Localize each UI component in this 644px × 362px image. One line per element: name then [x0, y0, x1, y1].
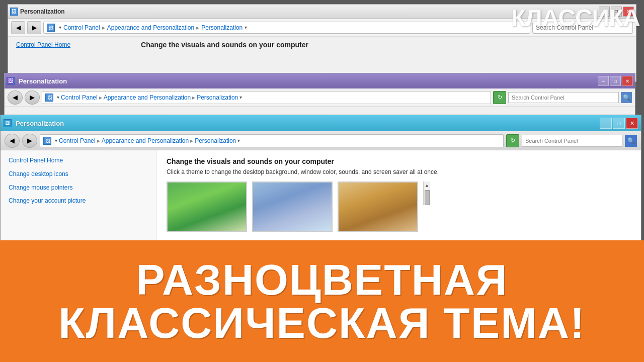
banner-line1: РАЗНОЦВЕТНАЯ: [136, 258, 508, 301]
watermark-text: КЛАССИКА: [511, 4, 640, 32]
win1-icon: 🖼: [10, 8, 18, 16]
win2-title: Personalization: [17, 77, 597, 85]
scroll-thumb[interactable]: [425, 190, 430, 205]
win3-main: Change the visuals and sounds on your co…: [156, 150, 641, 242]
win3-titlebar: 🖼 Personalization – □ ✕: [1, 115, 641, 131]
win1-breadcrumb: 🖼 ▾ Control Panel ▸ Appearance and Perso…: [43, 22, 530, 34]
win2-back-btn[interactable]: ◀: [8, 90, 23, 105]
personalization-dropdown-arrow[interactable]: ▾: [245, 25, 247, 30]
win2-cp[interactable]: Control Panel: [61, 94, 98, 101]
win2-close-btn[interactable]: ✕: [622, 76, 633, 86]
win3-desktop-icons-link[interactable]: Change desktop icons: [9, 170, 148, 178]
win2-personalization[interactable]: Personalization: [197, 94, 238, 101]
breadcrumb-icon: 🖼: [47, 24, 55, 32]
win3-breadcrumb: 🖼 ▾ Control Panel ▸ Appearance and Perso…: [40, 134, 504, 147]
overlay-banner: РАЗНОЦВЕТНАЯ КЛАССИЧЕСКАЯ ТЕМА!: [0, 240, 644, 362]
win3-personalization-arrow[interactable]: ▾: [237, 138, 240, 143]
win3-personalization[interactable]: Personalization: [195, 137, 236, 144]
win3-toolbar: ◀ ▶ 🖼 ▾ Control Panel ▸ Appearance and P…: [1, 131, 641, 150]
theme-desert[interactable]: [338, 182, 418, 232]
banner-line2: КЛАССИЧЕСКАЯ ТЕМА!: [58, 301, 585, 344]
sep2: ▸: [196, 24, 199, 31]
breadcrumb-personalization[interactable]: Personalization: [201, 24, 243, 31]
win3-sidebar: Control Panel Home Change desktop icons …: [1, 150, 156, 242]
icon-dropdown-arrow[interactable]: ▾: [59, 25, 61, 30]
win3-title: Personalization: [14, 120, 599, 127]
win1-content: Control Panel Home Change the visuals an…: [8, 37, 636, 53]
win3-icon: 🖼: [4, 119, 12, 127]
win1-home-link[interactable]: Control Panel Home: [16, 41, 70, 48]
win3-search-go-btn[interactable]: 🔍: [625, 135, 637, 147]
win3-refresh-btn[interactable]: ↻: [506, 134, 519, 147]
sep1: ▸: [102, 24, 105, 31]
win3-minimize-btn[interactable]: –: [600, 118, 612, 129]
win2-refresh-btn[interactable]: ↻: [493, 91, 506, 104]
win2-search-input[interactable]: [508, 92, 619, 103]
win2-personalization-arrow[interactable]: ▾: [239, 95, 242, 100]
window3: 🖼 Personalization – □ ✕ ◀ ▶ 🖼 ▾ Control …: [0, 115, 641, 243]
win3-icon-arrow[interactable]: ▾: [55, 138, 57, 143]
win2-search-go-btn[interactable]: 🔍: [621, 92, 632, 103]
win2-toolbar: ◀ ▶ 🖼 ▾ Control Panel ▸ Appearance and P…: [5, 88, 635, 107]
win3-appearance[interactable]: Appearance and Personalization: [102, 137, 189, 144]
breadcrumb-control-panel[interactable]: Control Panel: [63, 24, 100, 31]
win3-cp[interactable]: Control Panel: [59, 137, 96, 144]
win2-minimize-btn[interactable]: –: [598, 76, 609, 86]
win3-mouse-pointers-link[interactable]: Change mouse pointers: [9, 184, 148, 192]
win3-main-subtext: Click a theme to change the desktop back…: [167, 168, 631, 175]
win3-forward-btn[interactable]: ▶: [22, 134, 37, 148]
scroll-up-arrow[interactable]: ▲: [425, 183, 430, 188]
win3-breadcrumb-icon: 🖼: [43, 137, 51, 145]
win2-icon-arrow[interactable]: ▾: [57, 95, 59, 100]
win3-home-link[interactable]: Control Panel Home: [9, 156, 148, 165]
win3-main-heading: Change the visuals and sounds on your co…: [167, 157, 631, 165]
win2-breadcrumb-icon: 🖼: [45, 94, 53, 102]
win2-restore-btn[interactable]: □: [610, 76, 621, 86]
themes-row: ▲: [167, 182, 631, 232]
theme-purple[interactable]: [252, 182, 333, 232]
win2-icon: 🖼: [7, 77, 15, 85]
win2-forward-btn[interactable]: ▶: [25, 90, 40, 105]
win3-content: Control Panel Home Change desktop icons …: [1, 150, 641, 242]
breadcrumb-appearance[interactable]: Appearance and Personalization: [107, 24, 194, 31]
win3-back-btn[interactable]: ◀: [5, 134, 20, 148]
win1-back-btn[interactable]: ◀: [11, 21, 25, 34]
win3-account-picture-link[interactable]: Change your account picture: [9, 197, 148, 205]
screenshot-container: 🖼 Personalization – □ ✕ ◀ ▶ 🖼 ▾ Control …: [0, 0, 644, 362]
theme-green[interactable]: [167, 182, 247, 232]
win3-close-btn[interactable]: ✕: [626, 118, 638, 129]
win1-main-heading: Change the visuals and sounds on your co…: [141, 41, 308, 49]
themes-scrollbar[interactable]: ▲: [423, 182, 430, 205]
win2-titlebar: 🖼 Personalization – □ ✕: [5, 73, 635, 88]
win2-appearance[interactable]: Appearance and Personalization: [104, 94, 191, 101]
win2-breadcrumb: 🖼 ▾ Control Panel ▸ Appearance and Perso…: [42, 91, 491, 104]
win3-restore-btn[interactable]: □: [613, 118, 625, 129]
win3-search-input[interactable]: [522, 135, 622, 147]
win1-forward-btn[interactable]: ▶: [27, 21, 41, 34]
